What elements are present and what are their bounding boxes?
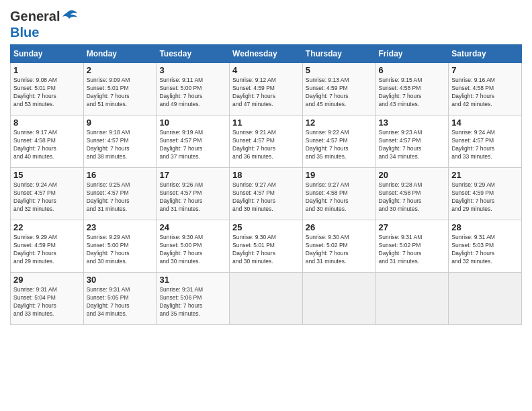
day-number: 19 [306,170,373,180]
day-info: Sunrise: 9:27 AM Sunset: 4:58 PM Dayligh… [306,181,373,214]
day-number: 14 [451,118,519,128]
calendar-body: 1Sunrise: 9:08 AM Sunset: 5:01 PM Daylig… [11,63,522,325]
calendar-cell: 15Sunrise: 9:24 AM Sunset: 4:57 PM Dayli… [11,168,84,220]
calendar-week-row: 8Sunrise: 9:17 AM Sunset: 4:58 PM Daylig… [11,116,522,168]
day-number: 23 [87,222,154,232]
header-cell-sunday: Sunday [11,45,84,63]
calendar-cell: 2Sunrise: 9:09 AM Sunset: 5:01 PM Daylig… [83,63,157,116]
day-number: 20 [379,170,446,180]
day-number: 31 [159,275,226,285]
calendar-cell: 30Sunrise: 9:31 AM Sunset: 5:05 PM Dayli… [83,273,157,325]
day-info: Sunrise: 9:19 AM Sunset: 4:57 PM Dayligh… [159,129,226,161]
calendar-cell: 27Sunrise: 9:31 AM Sunset: 5:02 PM Dayli… [375,220,449,273]
day-number: 26 [306,222,373,232]
calendar-cell [302,273,375,325]
day-info: Sunrise: 9:31 AM Sunset: 5:03 PM Dayligh… [451,234,519,266]
day-info: Sunrise: 9:28 AM Sunset: 4:58 PM Dayligh… [379,181,446,214]
calendar-cell: 1Sunrise: 9:08 AM Sunset: 5:01 PM Daylig… [11,63,84,116]
day-number: 28 [451,222,519,232]
day-number: 21 [451,170,519,180]
calendar-table: SundayMondayTuesdayWednesdayThursdayFrid… [10,44,522,325]
day-number: 13 [379,118,446,128]
day-number: 15 [13,170,81,180]
day-number: 16 [87,170,154,180]
logo-general: General [10,9,60,24]
calendar-week-row: 29Sunrise: 9:31 AM Sunset: 5:04 PM Dayli… [11,273,522,325]
day-number: 18 [232,170,300,180]
day-info: Sunrise: 9:31 AM Sunset: 5:05 PM Dayligh… [87,286,154,318]
day-number: 5 [306,65,373,75]
day-info: Sunrise: 9:31 AM Sunset: 5:04 PM Dayligh… [13,286,81,318]
calendar-week-row: 1Sunrise: 9:08 AM Sunset: 5:01 PM Daylig… [11,63,522,116]
day-info: Sunrise: 9:29 AM Sunset: 4:59 PM Dayligh… [13,234,81,266]
day-info: Sunrise: 9:25 AM Sunset: 4:57 PM Dayligh… [87,181,154,214]
day-number: 11 [232,118,300,128]
calendar-cell: 7Sunrise: 9:16 AM Sunset: 4:58 PM Daylig… [449,63,522,116]
calendar-cell: 20Sunrise: 9:28 AM Sunset: 4:58 PM Dayli… [375,168,449,220]
day-info: Sunrise: 9:30 AM Sunset: 5:01 PM Dayligh… [232,234,300,266]
calendar-cell [449,273,522,325]
day-number: 25 [232,222,300,232]
calendar-cell: 9Sunrise: 9:18 AM Sunset: 4:57 PM Daylig… [83,116,157,168]
day-info: Sunrise: 9:09 AM Sunset: 5:01 PM Dayligh… [87,77,154,109]
calendar-week-row: 22Sunrise: 9:29 AM Sunset: 4:59 PM Dayli… [11,220,522,273]
calendar-cell: 10Sunrise: 9:19 AM Sunset: 4:57 PM Dayli… [157,116,230,168]
calendar-cell: 25Sunrise: 9:30 AM Sunset: 5:01 PM Dayli… [230,220,303,273]
calendar-cell: 11Sunrise: 9:21 AM Sunset: 4:57 PM Dayli… [230,116,303,168]
logo-bird-icon [60,7,79,26]
day-info: Sunrise: 9:12 AM Sunset: 4:59 PM Dayligh… [232,77,300,109]
header-cell-friday: Friday [375,45,449,63]
day-number: 22 [13,222,81,232]
day-info: Sunrise: 9:31 AM Sunset: 5:06 PM Dayligh… [159,286,226,318]
day-number: 29 [13,275,81,285]
day-number: 9 [87,118,154,128]
day-number: 1 [13,65,81,75]
day-info: Sunrise: 9:22 AM Sunset: 4:57 PM Dayligh… [306,129,373,161]
day-info: Sunrise: 9:21 AM Sunset: 4:57 PM Dayligh… [232,129,300,161]
day-number: 30 [87,275,154,285]
day-number: 17 [159,170,226,180]
day-info: Sunrise: 9:29 AM Sunset: 5:00 PM Dayligh… [87,234,154,266]
calendar-cell: 12Sunrise: 9:22 AM Sunset: 4:57 PM Dayli… [302,116,375,168]
day-info: Sunrise: 9:26 AM Sunset: 4:57 PM Dayligh… [159,181,226,214]
calendar-cell: 21Sunrise: 9:29 AM Sunset: 4:59 PM Dayli… [449,168,522,220]
calendar-cell: 3Sunrise: 9:11 AM Sunset: 5:00 PM Daylig… [157,63,230,116]
calendar-cell: 6Sunrise: 9:15 AM Sunset: 4:58 PM Daylig… [375,63,449,116]
calendar-cell: 5Sunrise: 9:13 AM Sunset: 4:59 PM Daylig… [302,63,375,116]
calendar-cell: 28Sunrise: 9:31 AM Sunset: 5:03 PM Dayli… [449,220,522,273]
calendar-cell: 29Sunrise: 9:31 AM Sunset: 5:04 PM Dayli… [11,273,84,325]
calendar-cell: 26Sunrise: 9:30 AM Sunset: 5:02 PM Dayli… [302,220,375,273]
calendar-cell: 17Sunrise: 9:26 AM Sunset: 4:57 PM Dayli… [157,168,230,220]
day-info: Sunrise: 9:24 AM Sunset: 4:57 PM Dayligh… [451,129,519,161]
calendar-cell [375,273,449,325]
day-number: 27 [379,222,446,232]
header-cell-tuesday: Tuesday [157,45,230,63]
day-info: Sunrise: 9:11 AM Sunset: 5:00 PM Dayligh… [159,77,226,109]
header-cell-thursday: Thursday [302,45,375,63]
calendar-week-row: 15Sunrise: 9:24 AM Sunset: 4:57 PM Dayli… [11,168,522,220]
main-container: General Blue SundayMondayTuesdayWednesda… [0,0,532,332]
calendar-cell: 14Sunrise: 9:24 AM Sunset: 4:57 PM Dayli… [449,116,522,168]
day-info: Sunrise: 9:13 AM Sunset: 4:59 PM Dayligh… [306,77,373,109]
day-info: Sunrise: 9:27 AM Sunset: 4:57 PM Dayligh… [232,181,300,214]
calendar-cell: 19Sunrise: 9:27 AM Sunset: 4:58 PM Dayli… [302,168,375,220]
calendar-cell: 24Sunrise: 9:30 AM Sunset: 5:00 PM Dayli… [157,220,230,273]
calendar-cell: 16Sunrise: 9:25 AM Sunset: 4:57 PM Dayli… [83,168,157,220]
logo-blue: Blue [10,26,79,39]
calendar-cell: 8Sunrise: 9:17 AM Sunset: 4:58 PM Daylig… [11,116,84,168]
day-number: 10 [159,118,226,128]
calendar-cell: 23Sunrise: 9:29 AM Sunset: 5:00 PM Dayli… [83,220,157,273]
day-number: 12 [306,118,373,128]
day-info: Sunrise: 9:18 AM Sunset: 4:57 PM Dayligh… [87,129,154,161]
day-number: 3 [159,65,226,75]
day-number: 2 [87,65,154,75]
day-info: Sunrise: 9:29 AM Sunset: 4:59 PM Dayligh… [451,181,519,214]
day-info: Sunrise: 9:24 AM Sunset: 4:57 PM Dayligh… [13,181,81,214]
day-number: 8 [13,118,81,128]
calendar-cell: 13Sunrise: 9:23 AM Sunset: 4:57 PM Dayli… [375,116,449,168]
calendar-cell: 31Sunrise: 9:31 AM Sunset: 5:06 PM Dayli… [157,273,230,325]
calendar-cell: 18Sunrise: 9:27 AM Sunset: 4:57 PM Dayli… [230,168,303,220]
day-info: Sunrise: 9:30 AM Sunset: 5:02 PM Dayligh… [306,234,373,266]
day-number: 4 [232,65,300,75]
day-number: 6 [379,65,446,75]
